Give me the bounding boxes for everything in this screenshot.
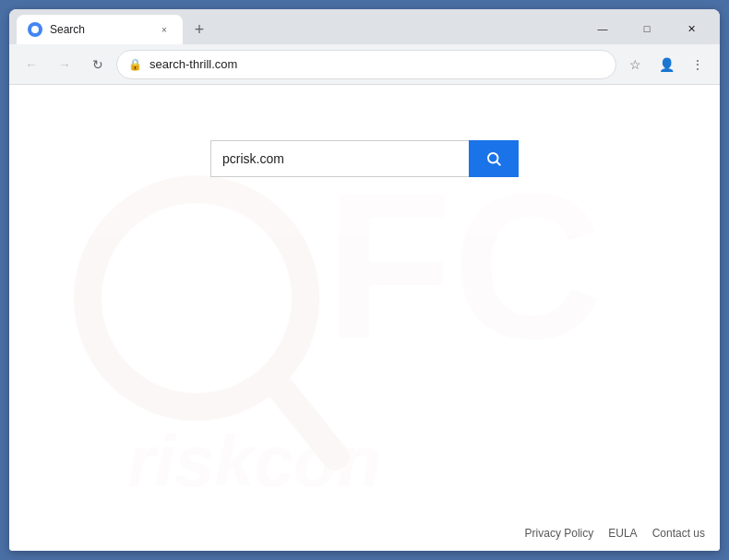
- title-bar: Search × + — □ ✕: [9, 9, 720, 44]
- search-icon: [485, 150, 502, 167]
- address-text: search-thrill.com: [149, 57, 604, 71]
- browser-toolbar: ← → ↻ 🔒 search-thrill.com ☆ 👤 ⋮: [9, 44, 720, 85]
- svg-line-1: [275, 382, 334, 456]
- svg-point-0: [88, 189, 305, 407]
- back-button[interactable]: ←: [17, 50, 46, 79]
- page-content: FC riskcon Privacy Policy EULA Contact u…: [9, 85, 720, 551]
- tab-favicon-icon: [28, 22, 42, 37]
- close-button[interactable]: ✕: [670, 17, 712, 41]
- bookmark-button[interactable]: ☆: [620, 50, 650, 79]
- forward-button[interactable]: →: [50, 50, 79, 79]
- privacy-policy-link[interactable]: Privacy Policy: [525, 527, 594, 540]
- svg-text:FC: FC: [325, 149, 602, 382]
- search-container: [210, 140, 519, 177]
- svg-text:riskcon: riskcon: [126, 422, 380, 501]
- lock-icon: 🔒: [128, 58, 142, 71]
- minimize-button[interactable]: —: [581, 17, 624, 41]
- browser-tab[interactable]: Search ×: [17, 15, 183, 44]
- watermark-svg: FC riskcon: [45, 120, 685, 516]
- search-input[interactable]: [210, 140, 469, 177]
- tab-close-button[interactable]: ×: [157, 22, 172, 37]
- menu-button[interactable]: ⋮: [683, 50, 712, 79]
- browser-window: Search × + — □ ✕ ← → ↻ 🔒 search-thrill.c…: [9, 9, 720, 551]
- contact-us-link[interactable]: Contact us: [652, 527, 705, 540]
- search-button[interactable]: [469, 140, 519, 177]
- new-tab-button[interactable]: +: [186, 17, 212, 42]
- toolbar-actions: ☆ 👤 ⋮: [620, 50, 712, 79]
- tab-title: Search: [50, 23, 149, 36]
- eula-link[interactable]: EULA: [608, 527, 637, 540]
- profile-button[interactable]: 👤: [651, 50, 681, 79]
- maximize-button[interactable]: □: [626, 17, 668, 41]
- address-bar[interactable]: 🔒 search-thrill.com: [116, 50, 616, 79]
- reload-button[interactable]: ↻: [83, 50, 113, 79]
- footer-links: Privacy Policy EULA Contact us: [525, 527, 705, 540]
- svg-line-5: [496, 161, 499, 164]
- window-controls: — □ ✕: [581, 17, 712, 41]
